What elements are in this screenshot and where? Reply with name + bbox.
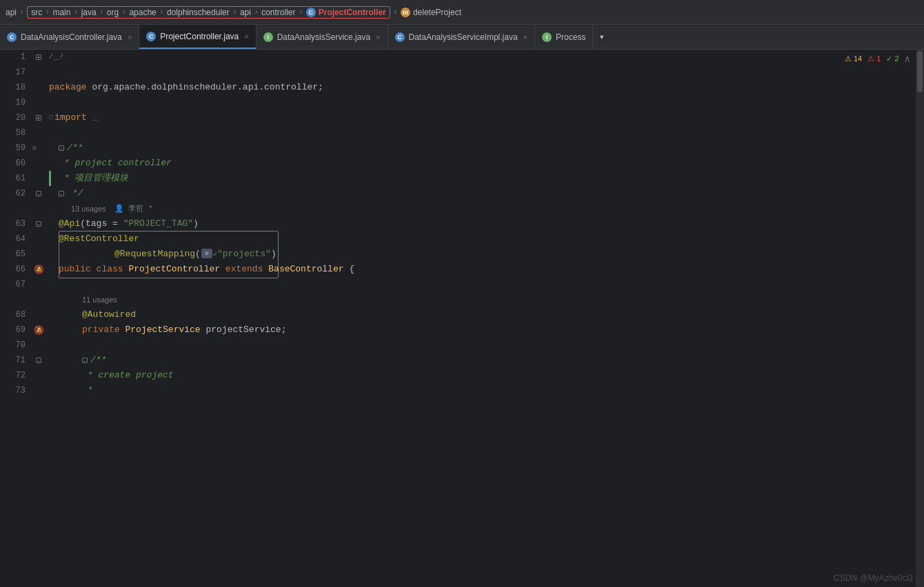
usages-hint-line2: 11 usages [49, 292, 924, 307]
tab-close-das[interactable]: × [376, 33, 380, 41]
tab-close-pc[interactable]: × [244, 32, 248, 41]
fold-line-marker-59: ≡ [31, 145, 37, 152]
no-bell-icon-69: 🔕 [34, 325, 44, 336]
breadcrumb-api2[interactable]: api [240, 8, 251, 17]
tab-close-dasi[interactable]: × [523, 33, 528, 41]
code-content: /.../ package org.apache.dolphinschedule… [46, 50, 924, 587]
tab-icon-dasi: C [395, 32, 405, 42]
code-line-60: * project controller [49, 156, 924, 171]
tab-icon-pc: C [146, 32, 156, 41]
code-line-58 [49, 125, 924, 141]
collapse-icon[interactable]: ∧ [905, 53, 910, 65]
code-line-73: * [49, 383, 924, 398]
code-line-1: /.../ [49, 50, 924, 65]
fold-icon-1[interactable]: + [36, 54, 41, 60]
breadcrumb-highlight-box: src › main › java › org › apache › dolph… [27, 6, 390, 19]
editor-area: ⚠ 14 ⚠ 1 ✓ 2 ∧ 1 17 18 19 20 58 59 60 61… [0, 50, 924, 587]
tab-process[interactable]: I Process [535, 25, 593, 49]
warning-badge: ⚠ 14 [845, 54, 862, 63]
gear-icon: ⚙ [201, 249, 212, 258]
code-line-71: - /** [49, 353, 924, 368]
breadcrumb-main[interactable]: main [52, 8, 70, 17]
scrollbar-thumb[interactable] [917, 51, 923, 92]
breadcrumb-bar: api › src › main › java › org › apache ›… [0, 0, 924, 25]
fold-inline-71[interactable]: - [82, 358, 88, 363]
tabs-overflow-button[interactable]: ▾ [593, 31, 610, 43]
modified-bar-61 [49, 171, 51, 186]
breadcrumb-src[interactable]: src [31, 8, 42, 17]
code-line-68: @Autowired [49, 307, 924, 322]
breadcrumb-java[interactable]: java [81, 8, 97, 17]
code-line-61: * 项目管理模块 [49, 171, 924, 186]
fold-icon-20[interactable]: + [36, 115, 41, 121]
ok-badge: ✓ 2 [886, 54, 898, 63]
scrollbar[interactable] [916, 50, 924, 587]
watermark: CSDN @MyAzhe0ci3 [834, 573, 913, 583]
gutter-icons: + + ≡ - - [31, 50, 46, 587]
tab-label-dac: DataAnalysisController.java [21, 32, 122, 42]
tab-label-pc: ProjectController.java [160, 32, 239, 41]
code-line-18: package org.apache.dolphinscheduler.api.… [49, 80, 924, 95]
tab-label-proc: Process [556, 32, 585, 42]
code-container: 1 17 18 19 20 58 59 60 61 62 63 64 65 66… [0, 50, 924, 587]
fold-icon-71[interactable]: - [36, 358, 41, 363]
code-line-66: public class ProjectController extends B… [49, 262, 924, 277]
line-numbers: 1 17 18 19 20 58 59 60 61 62 63 64 65 66… [0, 50, 31, 587]
code-line-59: - /** [49, 141, 924, 156]
tab-icon-dac: C [7, 32, 17, 42]
code-line-67 [49, 277, 924, 292]
tab-close-dac[interactable]: × [128, 33, 132, 41]
tab-icon-proc: I [542, 32, 552, 42]
tab-icon-das: I [263, 32, 273, 42]
code-line-72: * create project [49, 368, 924, 383]
code-line-62: - */ [49, 186, 924, 201]
breadcrumb-api[interactable]: api [6, 8, 17, 17]
tab-data-analysis-service[interactable]: I DataAnalysisService.java × [257, 25, 388, 49]
code-line-19 [49, 95, 924, 110]
tab-label-dasi: DataAnalysisServiceImpl.java [409, 32, 518, 42]
fold-inline-62[interactable]: - [59, 191, 64, 196]
code-line-17 [49, 65, 924, 80]
error-badge: ⚠ 1 [867, 54, 881, 63]
code-line-65: @RequestMapping(⚙✓"projects") [49, 247, 924, 262]
method-icon: m [401, 8, 410, 17]
right-indicators: ⚠ 14 ⚠ 1 ✓ 2 ∧ [845, 51, 910, 66]
tab-data-analysis-controller[interactable]: C DataAnalysisController.java × [0, 25, 139, 49]
fold-inline-59[interactable]: - [59, 145, 64, 151]
code-line-69: private ProjectService projectService; [49, 322, 924, 338]
breadcrumb-org[interactable]: org [107, 8, 119, 17]
breadcrumb-dolphinscheduler[interactable]: dolphinscheduler [167, 8, 230, 17]
no-bell-icon-66: 🔕 [34, 265, 44, 275]
code-line-70 [49, 338, 924, 353]
tab-label-das: DataAnalysisService.java [277, 32, 370, 42]
code-line-20: □import ... [49, 110, 924, 125]
usages-hint-line: 13 usages 👤 李哲 * [49, 201, 924, 216]
fold-icon-63[interactable]: - [36, 221, 41, 227]
tab-project-controller[interactable]: C ProjectController.java × [139, 25, 257, 49]
fold-icon-62[interactable]: - [36, 191, 41, 196]
breadcrumb-project-controller[interactable]: ProjectController [319, 8, 386, 17]
breadcrumb-apache[interactable]: apache [129, 8, 156, 17]
class-icon: C [306, 8, 316, 17]
code-line-63: @Api(tags = "PROJECT_TAG") [49, 216, 924, 231]
breadcrumb-delete-project[interactable]: deleteProject [413, 8, 461, 17]
breadcrumb-controller[interactable]: controller [261, 8, 295, 17]
tab-data-analysis-service-impl[interactable]: C DataAnalysisServiceImpl.java × [388, 25, 536, 49]
tabs-bar: C DataAnalysisController.java × C Projec… [0, 25, 924, 50]
